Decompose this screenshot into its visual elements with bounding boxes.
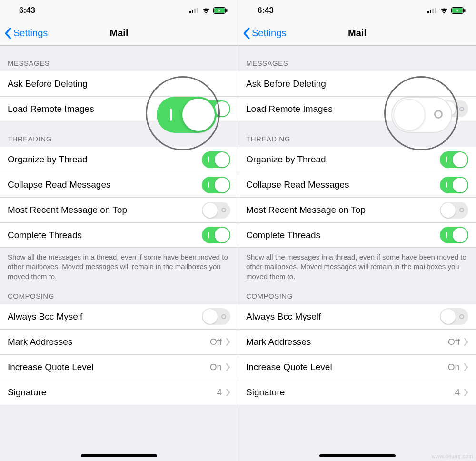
row-label: Collapse Read Messages xyxy=(8,180,202,190)
row-label: Mark Addresses xyxy=(8,337,210,347)
row-mark-addresses[interactable]: Mark Addresses Off xyxy=(238,329,476,354)
signal-icon xyxy=(427,8,437,13)
chevron-right-icon xyxy=(464,389,468,396)
row-signature[interactable]: Signature 4 xyxy=(238,380,476,405)
home-indicator xyxy=(319,454,396,457)
toggle-always-bcc[interactable] xyxy=(202,308,230,325)
back-label: Settings xyxy=(13,28,48,39)
row-collapse-read[interactable]: Collapse Read Messages xyxy=(0,172,238,197)
row-increase-quote[interactable]: Increase Quote Level On xyxy=(238,354,476,380)
row-organize-by-thread[interactable]: Organize by Thread xyxy=(238,147,476,172)
row-value: On xyxy=(210,362,222,372)
row-load-remote-images[interactable]: Load Remote Images xyxy=(238,96,476,121)
svg-rect-10 xyxy=(435,8,436,13)
phone-left: 6:43 Settings Mail MESSAGES Ask Before D… xyxy=(0,0,238,461)
row-value: Off xyxy=(448,337,460,347)
status-bar: 6:43 xyxy=(238,0,476,21)
row-label: Load Remote Images xyxy=(246,104,440,114)
section-header-messages: MESSAGES xyxy=(0,46,238,71)
row-label: Increase Quote Level xyxy=(8,362,210,372)
row-label: Complete Threads xyxy=(8,230,202,241)
row-ask-before-deleting[interactable]: Ask Before Deleting xyxy=(0,71,238,96)
section-header-composing: COMPOSING xyxy=(0,285,238,304)
svg-rect-3 xyxy=(197,8,198,13)
toggle-organize-by-thread[interactable] xyxy=(440,151,468,168)
chevron-right-icon xyxy=(226,389,230,396)
home-indicator xyxy=(81,454,157,457)
section-header-threading: THREADING xyxy=(0,121,238,147)
toggle-complete-threads[interactable] xyxy=(202,227,230,243)
signal-icon xyxy=(189,8,199,13)
back-label: Settings xyxy=(252,28,286,39)
section-header-threading: THREADING xyxy=(238,121,476,147)
row-collapse-read[interactable]: Collapse Read Messages xyxy=(238,172,476,197)
row-label: Organize by Thread xyxy=(8,154,202,165)
row-signature[interactable]: Signature 4 xyxy=(0,380,238,405)
toggle-collapse-read[interactable] xyxy=(202,177,230,193)
row-label: Signature xyxy=(246,387,455,398)
toggle-always-bcc[interactable] xyxy=(440,308,468,325)
row-value: Off xyxy=(210,337,222,347)
status-icons xyxy=(189,7,228,14)
row-most-recent-top[interactable]: Most Recent Message on Top xyxy=(0,197,238,222)
row-mark-addresses[interactable]: Mark Addresses Off xyxy=(0,329,238,354)
status-time: 6:43 xyxy=(19,6,35,15)
threading-footer: Show all the messages in a thread, even … xyxy=(0,248,238,285)
svg-rect-13 xyxy=(464,9,466,12)
row-label: Always Bcc Myself xyxy=(246,311,440,322)
row-value: 4 xyxy=(455,387,460,398)
chevron-right-icon xyxy=(226,363,230,371)
toggle-collapse-read[interactable] xyxy=(440,177,468,193)
toggle-load-remote-images[interactable] xyxy=(202,100,230,117)
row-label: Ask Before Deleting xyxy=(8,79,230,89)
row-label: Signature xyxy=(8,387,217,398)
back-button[interactable]: Settings xyxy=(0,28,48,39)
row-label: Increase Quote Level xyxy=(246,362,448,372)
status-bar: 6:43 xyxy=(0,0,238,21)
battery-icon xyxy=(213,7,228,14)
wifi-icon xyxy=(440,8,448,14)
row-value: On xyxy=(448,362,460,372)
chevron-right-icon xyxy=(226,338,230,346)
nav-bar: Settings Mail xyxy=(238,21,476,46)
row-organize-by-thread[interactable]: Organize by Thread xyxy=(0,147,238,172)
row-label: Organize by Thread xyxy=(246,154,440,165)
row-increase-quote[interactable]: Increase Quote Level On xyxy=(0,354,238,380)
row-most-recent-top[interactable]: Most Recent Message on Top xyxy=(238,197,476,222)
status-time: 6:43 xyxy=(258,6,274,15)
section-header-messages: MESSAGES xyxy=(238,46,476,71)
row-label: Collapse Read Messages xyxy=(246,180,440,190)
toggle-most-recent-top[interactable] xyxy=(440,202,468,219)
svg-rect-2 xyxy=(194,9,196,13)
chevron-right-icon xyxy=(464,363,468,371)
row-label: Complete Threads xyxy=(246,230,440,241)
svg-rect-8 xyxy=(430,10,431,13)
toggle-load-remote-images[interactable] xyxy=(440,100,468,117)
row-complete-threads[interactable]: Complete Threads xyxy=(238,222,476,248)
svg-rect-9 xyxy=(432,9,434,13)
row-label: Load Remote Images xyxy=(8,104,202,114)
toggle-organize-by-thread[interactable] xyxy=(202,151,230,168)
row-load-remote-images[interactable]: Load Remote Images xyxy=(0,96,238,121)
watermark: www.deuaq.com xyxy=(432,453,473,459)
nav-bar: Settings Mail xyxy=(0,21,238,46)
toggle-most-recent-top[interactable] xyxy=(202,202,230,219)
svg-rect-7 xyxy=(427,11,429,13)
svg-rect-0 xyxy=(189,11,191,13)
row-always-bcc[interactable]: Always Bcc Myself xyxy=(238,304,476,329)
chevron-right-icon xyxy=(464,338,468,346)
chevron-left-icon xyxy=(5,28,11,39)
row-label: Always Bcc Myself xyxy=(8,311,202,322)
row-complete-threads[interactable]: Complete Threads xyxy=(0,222,238,248)
row-label: Mark Addresses xyxy=(246,337,448,347)
row-value: 4 xyxy=(217,387,222,398)
threading-footer: Show all the messages in a thread, even … xyxy=(238,248,476,285)
row-always-bcc[interactable]: Always Bcc Myself xyxy=(0,304,238,329)
back-button[interactable]: Settings xyxy=(238,28,286,39)
row-label: Most Recent Message on Top xyxy=(246,205,440,215)
row-ask-before-deleting[interactable]: Ask Before Deleting xyxy=(238,71,476,96)
wifi-icon xyxy=(202,8,210,14)
battery-icon xyxy=(451,7,466,14)
toggle-complete-threads[interactable] xyxy=(440,227,468,243)
row-label: Most Recent Message on Top xyxy=(8,205,202,215)
